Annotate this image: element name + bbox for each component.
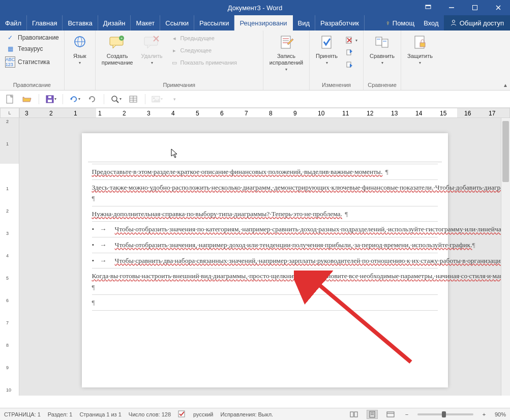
table-icon xyxy=(129,96,137,103)
spellcheck-status-icon[interactable] xyxy=(178,410,186,418)
tab-design[interactable]: Дизайн xyxy=(98,15,131,31)
page: Предоставьте·в·этом·разделе·краткое·опис… xyxy=(82,133,448,387)
save-button[interactable]: ▾ xyxy=(45,94,56,105)
save-icon xyxy=(46,95,54,103)
tab-insert[interactable]: Вставка xyxy=(63,15,98,31)
group-proofing: ✓Правописание ▦Тезаурус ABC123Статистика… xyxy=(0,31,65,90)
view-web-button[interactable] xyxy=(385,410,396,419)
new-comment-button[interactable]: + Создать примечание xyxy=(99,33,136,67)
accept-button[interactable]: Принять ▾ xyxy=(313,33,341,66)
new-doc-icon xyxy=(6,95,14,104)
prev-change-button[interactable] xyxy=(343,47,360,58)
svg-point-6 xyxy=(452,20,455,23)
ruler-number: 8 xyxy=(6,343,9,348)
minimize-icon[interactable] xyxy=(440,0,463,15)
thesaurus-button[interactable]: ▦Тезаурус xyxy=(3,44,61,54)
tab-selector[interactable]: L xyxy=(0,108,19,118)
show-comments-button[interactable]: ▭Показать примечания xyxy=(168,57,239,68)
view-read-button[interactable] xyxy=(348,410,359,419)
status-track[interactable]: Исправления: Выкл. xyxy=(221,411,274,417)
tab-layout[interactable]: Макет xyxy=(131,15,160,31)
stats-button[interactable]: ABC123Статистика xyxy=(3,55,61,69)
maximize-icon[interactable] xyxy=(463,0,487,15)
status-page[interactable]: СТРАНИЦА: 1 xyxy=(4,411,41,417)
horizontal-ruler[interactable]: 3211234567891011121314151617 xyxy=(19,108,510,118)
print-preview-button[interactable]: ▾ xyxy=(110,94,122,105)
prev-comment-button[interactable]: ◂Предыдущее xyxy=(168,33,239,44)
picture-button[interactable]: ▾ xyxy=(152,94,163,105)
svg-rect-35 xyxy=(48,96,51,98)
share-button[interactable]: Общий доступ xyxy=(444,15,510,31)
zoom-out-button[interactable]: − xyxy=(403,411,410,417)
collapse-ribbon-icon[interactable]: ▲ xyxy=(503,82,508,88)
tab-home[interactable]: Главная xyxy=(27,15,63,31)
spelling-button[interactable]: ✓Правописание xyxy=(3,33,61,43)
reject-icon xyxy=(345,36,353,44)
scrollbar-thumb[interactable] xyxy=(502,121,509,182)
ruler-number: 2 xyxy=(6,208,9,214)
document-scroll[interactable]: Предоставьте·в·этом·разделе·краткое·опис… xyxy=(19,118,510,396)
language-button[interactable]: Язык ▾ xyxy=(68,33,92,66)
status-section[interactable]: Раздел: 1 xyxy=(48,411,73,417)
delete-comment-button[interactable]: Удалить ▾ xyxy=(138,33,166,66)
redo-button[interactable] xyxy=(86,94,98,105)
ruler-number: 12 xyxy=(367,110,373,117)
group-compare: Сравнить ▾ Сравнение xyxy=(364,31,401,90)
view-print-button[interactable] xyxy=(367,410,378,419)
svg-rect-3 xyxy=(473,6,477,10)
ruler-number: 6 xyxy=(6,298,9,303)
prev-change-icon xyxy=(345,48,353,56)
open-button[interactable] xyxy=(21,94,33,105)
check-abc-icon: ✓ xyxy=(5,34,15,41)
tab-mailings[interactable]: Рассылки xyxy=(194,15,234,31)
ruler-number: 13 xyxy=(391,110,398,117)
ruler-number: 3 xyxy=(147,110,151,117)
ribbon-options-icon[interactable] xyxy=(416,0,440,15)
svg-rect-46 xyxy=(350,412,353,417)
track-changes-button[interactable]: Запись исправлений ▾ xyxy=(266,33,306,73)
compare-button[interactable]: Сравнить ▾ xyxy=(367,33,398,66)
stats-abc-icon: ABC123 xyxy=(5,56,15,68)
zoom-knob[interactable] xyxy=(442,411,446,417)
table-button[interactable] xyxy=(128,94,139,105)
comment-new-icon: + xyxy=(108,34,127,52)
chevron-down-icon: ▾ xyxy=(326,61,328,65)
qat-customize[interactable]: ▾ xyxy=(169,94,180,105)
status-language[interactable]: русский xyxy=(193,411,213,417)
reject-button[interactable]: ▾ xyxy=(343,35,360,46)
ruler-number: 1 xyxy=(6,186,9,191)
picture-icon xyxy=(152,96,160,103)
vertical-ruler[interactable]: 2112345678910 xyxy=(0,118,19,396)
svg-rect-47 xyxy=(354,412,357,417)
next-comment-button[interactable]: ▸Следующее xyxy=(168,45,239,56)
undo-button[interactable]: ▾ xyxy=(69,94,80,105)
tab-file[interactable]: Файл xyxy=(0,15,27,31)
next-change-button[interactable] xyxy=(343,59,360,70)
tab-view[interactable]: Вид xyxy=(293,15,316,31)
zoom-value[interactable]: 90% xyxy=(495,411,506,417)
vertical-scrollbar[interactable] xyxy=(501,118,510,396)
quick-access-toolbar: ▾ ▾ ▾ ▾ ▾ xyxy=(0,91,510,108)
tab-developer[interactable]: Разработчик xyxy=(315,15,365,31)
ruler-number: 1 xyxy=(74,110,77,117)
tab-references[interactable]: Ссылки xyxy=(160,15,194,31)
zoom-slider[interactable] xyxy=(417,413,473,415)
close-icon[interactable] xyxy=(487,0,510,15)
help-button[interactable]: ♀Помощ xyxy=(381,15,418,31)
ruler-number: 14 xyxy=(415,110,422,117)
tab-review[interactable]: Рецензировани xyxy=(234,15,292,31)
group-comments: + Создать примечание Удалить ▾ ◂Предыдущ… xyxy=(96,31,263,90)
zoom-in-button[interactable]: + xyxy=(481,411,488,417)
new-doc-button[interactable] xyxy=(4,94,15,105)
status-page-of[interactable]: Страница 1 из 1 xyxy=(79,411,121,417)
login-button[interactable]: Вход xyxy=(418,15,443,31)
paragraph-text: Когда·вы·готовы·настроить·внешний·вид·ди… xyxy=(92,272,511,280)
ruler-number: 16 xyxy=(464,110,471,117)
svg-rect-1 xyxy=(426,5,431,6)
status-words[interactable]: Число слов: 128 xyxy=(129,411,171,417)
magnifier-icon xyxy=(111,95,119,103)
chevron-down-icon: ▾ xyxy=(381,61,383,65)
protect-button[interactable]: Защитить ▾ xyxy=(404,33,436,66)
ruler-number: 10 xyxy=(6,387,11,393)
group-changes: Принять ▾ ▾ Изменения xyxy=(310,31,364,90)
